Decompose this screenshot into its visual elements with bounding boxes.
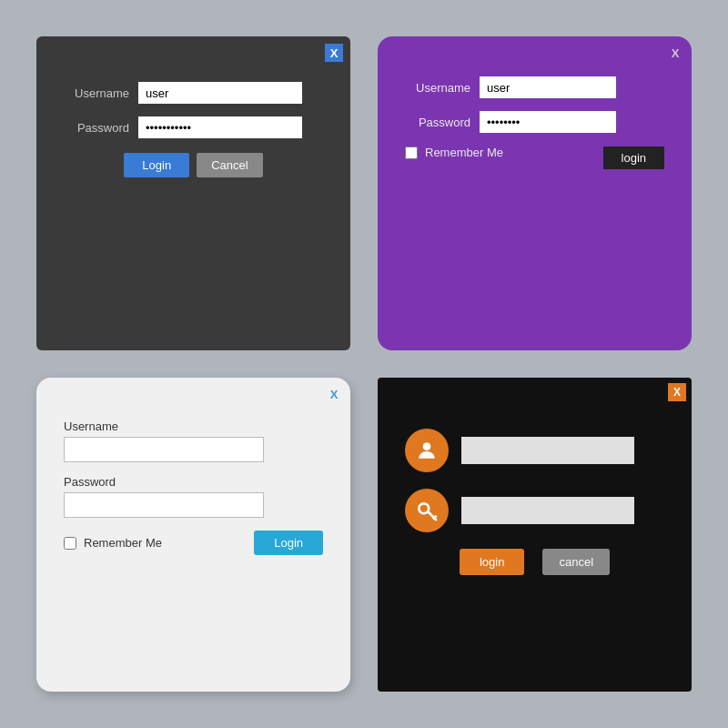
login-button-black[interactable]: login: [460, 549, 524, 575]
username-label-purple: Username: [405, 81, 470, 95]
remember-me-checkbox[interactable]: [405, 147, 418, 159]
password-input-purple[interactable]: [480, 111, 616, 133]
remember-me-checkbox-white[interactable]: [64, 537, 76, 550]
remember-me-row-white: Remember Me: [64, 536, 162, 550]
password-label-white: Password: [64, 475, 323, 489]
cancel-button-black[interactable]: cancel: [542, 549, 610, 575]
user-icon-circle: [405, 429, 449, 472]
password-icon-row: [405, 489, 664, 532]
close-button-white[interactable]: X: [325, 385, 343, 403]
login-button[interactable]: Login: [124, 153, 189, 177]
password-input-white[interactable]: [64, 492, 264, 518]
close-button-black[interactable]: X: [668, 383, 686, 401]
svg-point-1: [419, 503, 429, 513]
username-input-purple[interactable]: [480, 76, 616, 98]
remember-me-label-white: Remember Me: [84, 536, 162, 550]
remember-me-row: Remember Me: [405, 146, 503, 159]
person-icon: [415, 439, 439, 462]
close-button-dark[interactable]: X: [325, 44, 343, 62]
key-icon-circle: [405, 489, 449, 532]
purple-login-panel: X Username Password Remember Me login: [378, 36, 692, 350]
username-label-white: Username: [64, 420, 323, 433]
username-group-white: Username: [64, 420, 323, 462]
white-btn-row: Remember Me Login: [64, 531, 323, 555]
cancel-button[interactable]: Cancel: [197, 153, 262, 177]
username-input-black[interactable]: [461, 437, 634, 464]
black-login-panel: X: [378, 378, 692, 692]
password-row-purple: Password: [405, 111, 664, 133]
password-label-purple: Password: [405, 116, 470, 129]
svg-line-4: [435, 515, 437, 517]
password-row: Password: [64, 116, 323, 138]
username-icon-row: [405, 429, 664, 472]
password-group-white: Password: [64, 475, 323, 518]
password-input[interactable]: [138, 116, 302, 138]
svg-point-0: [423, 442, 431, 450]
key-icon: [415, 499, 439, 522]
dark-login-panel: X Username Password Login Cancel: [36, 36, 350, 350]
username-input[interactable]: [138, 82, 302, 104]
remember-me-label: Remember Me: [425, 146, 503, 159]
password-label: Password: [64, 121, 129, 135]
password-input-black[interactable]: [461, 497, 634, 524]
username-input-white[interactable]: [64, 437, 264, 462]
svg-line-3: [433, 518, 435, 520]
login-button-white[interactable]: Login: [254, 531, 323, 555]
black-btn-row: login cancel: [405, 549, 664, 575]
login-button-purple[interactable]: login: [603, 147, 664, 169]
username-label: Username: [64, 86, 129, 100]
white-login-panel: X Username Password Remember Me Login: [36, 378, 350, 692]
username-row-purple: Username: [405, 76, 664, 98]
close-button-purple[interactable]: X: [666, 44, 684, 62]
username-row: Username: [64, 82, 323, 104]
